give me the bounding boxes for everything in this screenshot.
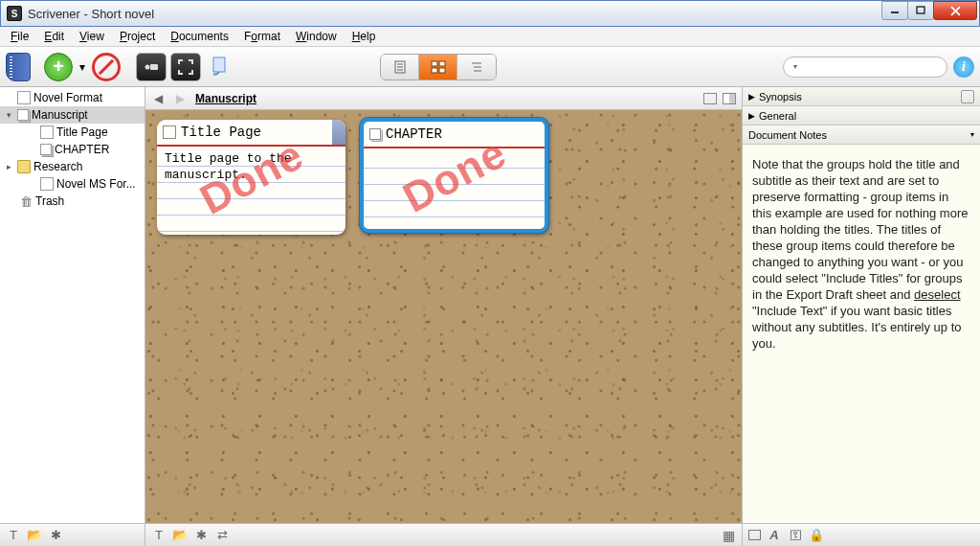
synopsis-options-icon[interactable] <box>961 90 974 103</box>
view-mode-outliner[interactable] <box>457 55 496 80</box>
stack-icon <box>369 128 381 140</box>
doc-icon <box>40 177 54 191</box>
footer-editor-folder-icon[interactable]: 📂 <box>172 528 188 543</box>
binder-panel: Novel Format ▾Manuscript Title Page CHAP… <box>0 87 145 523</box>
editor-header: ◀ ▶ Manuscript <box>145 87 742 110</box>
keywords-button[interactable] <box>136 53 167 81</box>
fullscreen-button[interactable] <box>170 53 201 81</box>
window-title: Scrivener - Short novel <box>28 7 882 21</box>
nav-back-button[interactable]: ◀ <box>151 92 166 105</box>
footer-editor-gear-icon[interactable] <box>193 528 209 543</box>
svg-rect-13 <box>432 68 437 73</box>
svg-point-4 <box>145 64 150 69</box>
menu-format[interactable]: Format <box>237 28 287 45</box>
binder-item-novel-format[interactable]: Novel Format <box>0 89 145 106</box>
doc-icon <box>17 91 31 104</box>
menu-view[interactable]: View <box>73 28 111 45</box>
footer-editor-arrows-icon[interactable]: ⇄ <box>214 528 230 543</box>
window-close-button[interactable] <box>933 1 977 20</box>
inspector-section-general[interactable]: ▶General <box>743 106 980 125</box>
view-mode-document[interactable] <box>381 55 419 80</box>
footer-binder-folder-icon[interactable]: 📂 <box>27 528 42 543</box>
menu-edit[interactable]: Edit <box>37 28 71 45</box>
folder-icon <box>17 160 31 173</box>
index-card-title-page[interactable]: Title Page Title page to the manuscript.… <box>157 120 345 235</box>
toolbar: + ▾ ▾ i <box>0 47 980 87</box>
svg-rect-12 <box>439 61 445 66</box>
disclosure-icon: ▶ <box>748 111 755 121</box>
add-dropdown[interactable]: ▾ <box>77 53 88 81</box>
footer-insp-lock-icon[interactable]: 🔒 <box>809 528 824 543</box>
corkboard[interactable]: Title Page Title page to the manuscript.… <box>145 110 742 523</box>
trash-button[interactable] <box>92 53 121 81</box>
nav-forward-button[interactable]: ▶ <box>173 92 188 105</box>
menu-window[interactable]: Window <box>289 28 344 45</box>
index-card-chapter[interactable]: CHAPTER Done <box>360 118 548 233</box>
layout-split-icon[interactable] <box>723 93 736 104</box>
footer-editor-grid-icon[interactable] <box>721 528 736 543</box>
svg-rect-5 <box>150 64 158 70</box>
svg-rect-1 <box>917 7 924 13</box>
add-button[interactable]: + <box>44 53 73 81</box>
stack-icon <box>17 109 29 121</box>
stack-icon <box>40 144 52 155</box>
binder-item-chapter[interactable]: CHAPTER <box>0 141 145 158</box>
window-titlebar: S Scrivener - Short novel <box>0 0 980 27</box>
breadcrumb[interactable]: Manuscript <box>195 92 256 105</box>
disclosure-icon: ▶ <box>748 92 755 102</box>
inspector-toggle-button[interactable]: i <box>953 57 974 78</box>
footer-insp-key-icon[interactable]: ⚿ <box>788 528 803 543</box>
doc-icon <box>163 125 176 139</box>
footer-binder-gear-icon[interactable] <box>48 528 63 543</box>
binder-item-research[interactable]: ▸Research <box>0 158 145 175</box>
view-mode-corkboard[interactable] <box>419 55 457 80</box>
doc-icon <box>40 125 54 139</box>
window-minimize-button[interactable] <box>881 1 908 20</box>
footer-editor-text-icon[interactable]: T <box>151 528 167 543</box>
view-mode-segmented <box>380 54 497 80</box>
inspector-section-synopsis[interactable]: ▶Synopsis <box>743 87 980 106</box>
footer-insp-notes-icon[interactable] <box>748 530 761 540</box>
binder-item-manuscript[interactable]: ▾Manuscript <box>0 106 145 124</box>
footer-insp-bookmark-icon[interactable]: A <box>767 528 782 543</box>
svg-rect-14 <box>439 68 445 73</box>
quickref-button[interactable] <box>205 53 235 81</box>
menu-help[interactable]: Help <box>345 28 383 45</box>
search-input[interactable] <box>801 60 945 74</box>
menu-bar: File Edit View Project Documents Format … <box>0 27 980 47</box>
inspector-panel: ▶Synopsis ▶General Document Notes▾ Note … <box>743 87 980 523</box>
app-icon: S <box>7 6 22 21</box>
footer-binder-text-icon[interactable]: T <box>6 528 21 543</box>
disclosure-icon[interactable]: ▸ <box>4 162 14 171</box>
footer-bar: T 📂 T 📂 ⇄ A ⚿ 🔒 <box>0 523 980 546</box>
binder-item-trash[interactable]: 🗑Trash <box>0 193 145 210</box>
menu-file[interactable]: File <box>4 28 35 45</box>
card-title: CHAPTER <box>386 126 442 142</box>
svg-rect-11 <box>432 61 437 66</box>
search-box[interactable]: ▾ <box>783 57 947 78</box>
inspector-section-document-notes[interactable]: Document Notes▾ <box>743 125 980 145</box>
binder-item-title-page[interactable]: Title Page <box>0 124 145 141</box>
binder-toggle-button[interactable] <box>6 53 31 81</box>
disclosure-icon[interactable]: ▾ <box>4 110 14 120</box>
document-notes-text[interactable]: Note that the groups hold the title and … <box>743 145 980 523</box>
search-dropdown-icon[interactable]: ▾ <box>793 62 797 71</box>
card-title: Title Page <box>181 125 261 140</box>
editor-panel: ◀ ▶ Manuscript Title Page Title page to … <box>145 87 743 523</box>
binder-item-novel-ms[interactable]: Novel MS For... <box>0 175 145 193</box>
svg-rect-6 <box>213 57 225 72</box>
trash-icon: 🗑 <box>19 194 33 208</box>
chevron-down-icon[interactable]: ▾ <box>970 130 974 139</box>
card-synopsis: Title page to the manuscript. <box>165 151 292 182</box>
layout-single-icon[interactable] <box>703 93 717 104</box>
menu-documents[interactable]: Documents <box>164 28 235 45</box>
window-maximize-button[interactable] <box>907 1 934 20</box>
menu-project[interactable]: Project <box>113 28 162 45</box>
